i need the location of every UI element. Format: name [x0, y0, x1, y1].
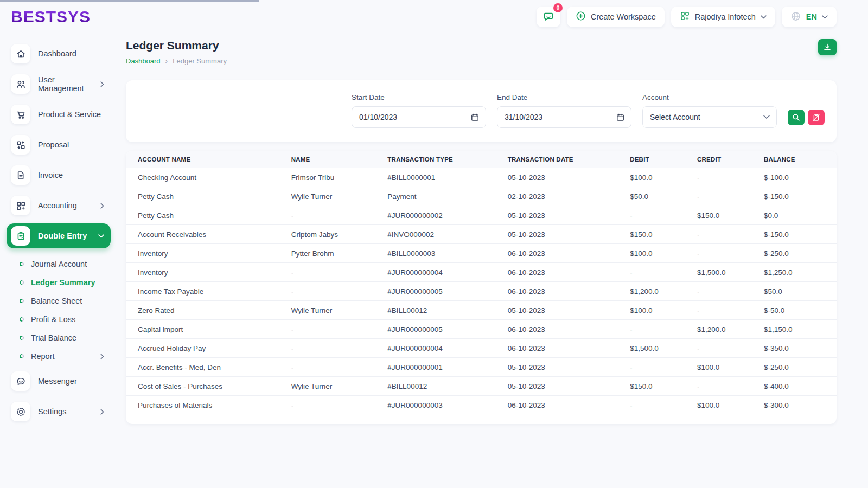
submenu-item-ledger-summary[interactable]: Ledger Summary — [7, 273, 111, 292]
table-cell: 05-10-2023 — [508, 301, 630, 320]
users-icon — [11, 74, 30, 94]
brand-logo[interactable]: BESTSYS — [11, 8, 91, 26]
submenu-item-balance-sheet[interactable]: Balance Sheet — [7, 292, 111, 310]
sidebar-item-label: Settings — [38, 407, 93, 416]
table-cell: #JUR000000004 — [387, 263, 507, 282]
search-button[interactable] — [788, 110, 805, 125]
table-cell: Petty Cash — [126, 187, 291, 206]
table-row: Cost of Sales - PurchasesWylie Turner#BI… — [126, 377, 837, 396]
table-cell: - — [291, 263, 388, 282]
messenger-icon — [11, 371, 30, 391]
account-select[interactable]: Select Account — [642, 106, 777, 128]
table-cell: Wylie Turner — [291, 301, 388, 320]
bullet-icon — [20, 317, 24, 322]
sidebar-item-label: User Management — [38, 75, 93, 93]
calendar-icon — [471, 113, 479, 121]
table-row: Petty Cash-#JUR00000000205-10-2023-$150.… — [126, 206, 837, 225]
sidebar-item-messenger[interactable]: Messenger — [7, 369, 111, 394]
table-cell: - — [630, 320, 697, 339]
table-cell: 05-10-2023 — [508, 358, 630, 377]
page-load-progress-bar — [0, 0, 259, 2]
chevron-right-icon — [100, 203, 104, 209]
table-header-row: ACCOUNT NAME NAME TRANSACTION TYPE TRANS… — [126, 151, 837, 168]
table-cell: - — [697, 225, 764, 244]
workspace-switcher[interactable]: Rajodiya Infotech — [671, 7, 775, 27]
submenu-item-label: Profit & Loss — [31, 315, 106, 324]
sidebar-item-label: Double Entry — [38, 232, 91, 240]
sidebar-item-invoice[interactable]: Invoice — [7, 163, 111, 188]
table-cell: 05-10-2023 — [508, 377, 630, 396]
end-date-value: 31/10/2023 — [505, 113, 542, 121]
language-switcher[interactable]: EN — [782, 7, 837, 27]
breadcrumb-dashboard-link[interactable]: Dashboard — [126, 57, 161, 65]
table-cell: $150.0 — [630, 377, 697, 396]
start-date-value: 01/10/2023 — [359, 113, 397, 121]
sidebar-item-dashboard[interactable]: Dashboard — [7, 41, 111, 66]
bullet-icon — [20, 354, 24, 358]
table-cell: $100.0 — [630, 168, 697, 187]
table-cell: $100.0 — [630, 301, 697, 320]
table-cell: Income Tax Payable — [126, 282, 291, 301]
submenu-item-trial-balance[interactable]: Trial Balance — [7, 329, 111, 347]
table-row: Purchases of Materials-#JUR00000000306-1… — [126, 396, 837, 415]
table-cell: Frimsor Tribu — [291, 168, 388, 187]
sidebar-item-settings[interactable]: Settings — [7, 399, 111, 424]
bullet-icon — [20, 262, 24, 266]
globe-icon — [790, 11, 801, 23]
table-row: Accrued Holiday Pay-#JUR00000000406-10-2… — [126, 339, 837, 358]
sidebar-item-label: Messenger — [38, 377, 106, 386]
submenu-item-report[interactable]: Report — [7, 347, 111, 365]
submenu-item-journal-account[interactable]: Journal Account — [7, 255, 111, 273]
table-cell: $-250.0 — [764, 358, 837, 377]
messages-button[interactable]: 0 — [537, 7, 560, 27]
create-workspace-label: Create Workspace — [591, 12, 656, 21]
sidebar-item-user-management[interactable]: User Management — [7, 72, 111, 97]
table-row: Income Tax Payable-#JUR00000000506-10-20… — [126, 282, 837, 301]
table-cell: 02-10-2023 — [508, 187, 630, 206]
download-icon — [823, 43, 832, 52]
table-cell: $1,500.0 — [630, 339, 697, 358]
bullet-icon — [20, 336, 24, 340]
table-cell: 05-10-2023 — [508, 168, 630, 187]
chevron-down-icon — [761, 15, 767, 19]
workspace-grid-icon — [680, 11, 690, 23]
table-cell: 05-10-2023 — [508, 206, 630, 225]
sidebar-item-label: Invoice — [38, 171, 106, 179]
sidebar-item-double-entry[interactable]: Double Entry — [7, 223, 111, 248]
table-cell: Pytter Brohm — [291, 244, 388, 263]
table-cell: - — [291, 320, 388, 339]
table-cell: $1,250.0 — [764, 263, 837, 282]
table-cell: Accr. Benefits - Med, Den — [126, 358, 291, 377]
sidebar-item-proposal[interactable]: Proposal — [7, 132, 111, 157]
table-cell: $-300.0 — [764, 396, 837, 415]
create-workspace-button[interactable]: Create Workspace — [567, 7, 665, 27]
table-cell: - — [291, 339, 388, 358]
accounting-icon — [11, 196, 30, 215]
reset-filter-button[interactable] — [808, 110, 825, 125]
table-cell: - — [630, 358, 697, 377]
table-cell: $150.0 — [697, 206, 764, 225]
table-cell: Petty Cash — [126, 206, 291, 225]
table-cell: #JUR000000001 — [387, 358, 507, 377]
table-cell: - — [630, 263, 697, 282]
sidebar-item-product-service[interactable]: Product & Service — [7, 102, 111, 127]
start-date-input[interactable]: 01/10/2023 — [352, 106, 486, 128]
bullet-icon — [20, 280, 24, 285]
table-cell: $1,200.0 — [697, 320, 764, 339]
table-cell: Purchases of Materials — [126, 396, 291, 415]
column-header-transaction-type: TRANSACTION TYPE — [387, 151, 507, 168]
ledger-table-body: Checking AccountFrimsor Tribu#BILL000000… — [126, 168, 837, 414]
chevron-right-icon — [100, 354, 104, 359]
column-header-credit: CREDIT — [697, 151, 764, 168]
workspace-name: Rajodiya Infotech — [695, 12, 756, 21]
table-row: Checking AccountFrimsor Tribu#BILL000000… — [126, 168, 837, 187]
submenu-item-label: Report — [31, 352, 93, 361]
calendar-icon — [616, 113, 624, 121]
page-title: Ledger Summary — [126, 39, 227, 52]
download-button[interactable] — [818, 39, 837, 55]
table-cell: Wylie Turner — [291, 377, 388, 396]
submenu-item-profit-loss[interactable]: Profit & Loss — [7, 310, 111, 329]
end-date-input[interactable]: 31/10/2023 — [497, 106, 631, 128]
table-cell: $1,150.0 — [764, 320, 837, 339]
sidebar-item-accounting[interactable]: Accounting — [7, 193, 111, 218]
